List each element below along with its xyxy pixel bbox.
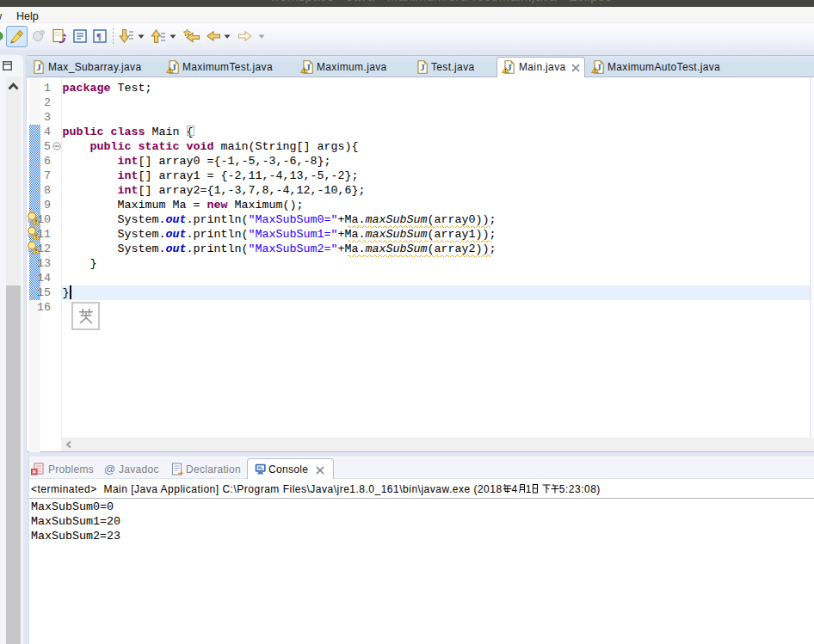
svg-text:¶: ¶ [96,31,102,41]
svg-text:J: J [36,62,41,72]
svg-text:J: J [420,62,425,72]
